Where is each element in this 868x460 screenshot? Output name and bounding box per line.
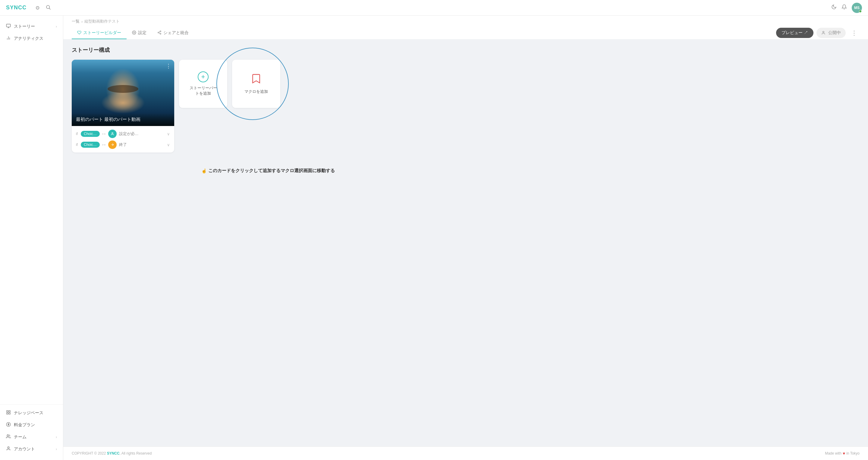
pricing-icon	[6, 422, 11, 428]
story-card[interactable]: ⋮ 最初のパート 最初のパート動画 if Choic… ↦	[72, 60, 174, 153]
breadcrumb-sep: ›	[82, 19, 83, 24]
svg-point-18	[160, 33, 161, 34]
content-area: ストーリー構成 ⋮ 最初のパート 最初のパート動画 if	[63, 39, 868, 447]
search-icon[interactable]	[45, 4, 51, 11]
tab-settings[interactable]: 設定	[127, 27, 152, 39]
end-icon	[108, 141, 117, 149]
macro-bookmark-icon	[252, 73, 260, 86]
svg-rect-10	[7, 413, 8, 414]
location-text: in Tokyo	[846, 451, 860, 456]
moon-icon[interactable]	[831, 4, 837, 11]
avatar[interactable]: MS	[852, 3, 862, 13]
main-layout: ストーリー › アナリティクス ナレッジベース	[0, 16, 868, 460]
sidebar-knowledge-label: ナレッジベース	[14, 410, 57, 416]
account-arrow-icon: ›	[56, 447, 57, 451]
team-icon	[6, 434, 11, 440]
heart-icon: ♥	[843, 451, 845, 456]
arrow-icon-1: ↦	[102, 131, 106, 136]
sidebar-analytics-label: アナリティクス	[14, 36, 57, 41]
tab-builder-icon	[77, 30, 82, 36]
card-row-2: if Choic… ↦ 終了 ∨	[76, 141, 170, 149]
footer-copyright: COPYRIGHT © 2022 SYNCC, All rights Reser…	[72, 451, 152, 456]
add-circle-icon: +	[198, 71, 209, 82]
svg-point-13	[7, 435, 8, 436]
macro-card[interactable]: マクロを追加	[232, 60, 280, 108]
svg-line-1	[49, 8, 50, 9]
svg-point-14	[7, 447, 9, 448]
tooltip-emoji: ☝️	[201, 168, 207, 174]
footer-right: Made with ♥ in Tokyo	[825, 451, 860, 456]
public-label: 公開中	[828, 30, 841, 36]
tab-share[interactable]: シェアと統合	[152, 27, 194, 39]
card-row-1: if Choic… ↦ 設定が必… ∨	[76, 130, 170, 138]
section-title: ストーリー構成	[72, 47, 860, 54]
sidebar-item-analytics[interactable]: アナリティクス	[0, 33, 63, 44]
sidebar-item-pricing[interactable]: 料金プラン	[0, 419, 63, 431]
sidebar-stories-label: ストーリー	[14, 24, 53, 29]
svg-point-17	[158, 32, 159, 33]
avatar-online-dot	[859, 10, 862, 13]
sidebar-pricing-label: 料金プラン	[14, 422, 57, 428]
add-part-card[interactable]: + ストーリーパートを追加	[179, 60, 227, 108]
arrow-icon-2: ↦	[102, 142, 106, 147]
sidebar-item-knowledge[interactable]: ナレッジベース	[0, 407, 63, 419]
svg-point-0	[46, 5, 50, 9]
status-text-2: 終了	[119, 142, 164, 147]
sidebar-item-team[interactable]: チーム ›	[0, 431, 63, 443]
svg-point-22	[112, 133, 113, 134]
sidebar-item-account[interactable]: アカウント ›	[0, 443, 63, 455]
card-image-overlay: 最初のパート 最初のパート動画	[72, 113, 174, 126]
status-text-1: 設定が必…	[119, 131, 164, 136]
card-menu-button[interactable]: ⋮	[166, 63, 171, 69]
team-arrow-icon: ›	[56, 435, 57, 439]
tooltip: ☝️ このカードをクリックして追加するマクロ選択画面に移動する	[201, 168, 335, 174]
tab-settings-icon	[132, 30, 136, 36]
tab-builder-label: ストーリービルダー	[83, 30, 121, 36]
if-label-2: if	[76, 143, 78, 147]
dropdown-arrow-2[interactable]: ∨	[167, 143, 170, 147]
stories-arrow-icon: ›	[56, 24, 57, 29]
preview-button[interactable]: プレビュー ↗	[776, 28, 813, 38]
stories-icon	[6, 24, 11, 30]
sidebar-item-stories[interactable]: ストーリー ›	[0, 21, 63, 33]
sidebar-bottom: ナレッジベース 料金プラン チーム ›	[0, 404, 63, 455]
tab-share-icon	[157, 30, 161, 36]
sidebar-account-label: アカウント	[14, 447, 53, 452]
svg-point-16	[160, 31, 161, 32]
breadcrumb-list[interactable]: 一覧	[72, 19, 80, 24]
sidebar-team-label: チーム	[14, 434, 53, 440]
main-content: 一覧 › 縦型動画動作テスト ストーリービルダー	[63, 16, 868, 460]
svg-rect-8	[7, 410, 8, 412]
record-icon[interactable]: ⊙	[36, 5, 39, 10]
knowledge-icon	[6, 410, 11, 416]
choice-tag-2[interactable]: Choic…	[81, 142, 100, 148]
analytics-icon	[6, 36, 11, 41]
tooltip-text: このカードをクリックして追加するマクロ選択画面に移動する	[208, 168, 335, 174]
made-with-text: Made with	[825, 451, 841, 456]
footer: COPYRIGHT © 2022 SYNCC, All rights Reser…	[63, 447, 868, 460]
tab-share-label: シェアと統合	[163, 30, 189, 36]
if-label-1: if	[76, 132, 78, 136]
svg-line-19	[159, 33, 160, 33]
breadcrumb-current: 縦型動画動作テスト	[84, 19, 120, 24]
topbar: SYNCC ⊙ MS	[0, 0, 868, 16]
app-logo: SYNCC	[6, 4, 27, 11]
sidebar: ストーリー › アナリティクス ナレッジベース	[0, 16, 63, 460]
svg-rect-11	[9, 413, 10, 414]
svg-rect-2	[6, 24, 10, 27]
public-button[interactable]: 公開中	[816, 28, 846, 38]
tab-builder[interactable]: ストーリービルダー	[72, 27, 127, 39]
more-button[interactable]: ⋮	[849, 28, 860, 38]
user-icon-1	[108, 130, 117, 138]
account-icon	[6, 446, 11, 452]
tab-settings-label: 設定	[138, 30, 147, 36]
macro-label: マクロを追加	[244, 89, 268, 94]
card-bottom: if Choic… ↦ 設定が必… ∨	[72, 126, 174, 153]
bell-icon[interactable]	[841, 4, 847, 11]
choice-tag-1[interactable]: Choic…	[81, 131, 100, 137]
add-part-label: ストーリーパートを追加	[190, 85, 217, 96]
topbar-right: MS	[831, 3, 862, 13]
dropdown-arrow-1[interactable]: ∨	[167, 132, 170, 136]
breadcrumb: 一覧 › 縦型動画動作テスト	[72, 19, 860, 24]
tabs: ストーリービルダー 設定	[72, 27, 860, 39]
